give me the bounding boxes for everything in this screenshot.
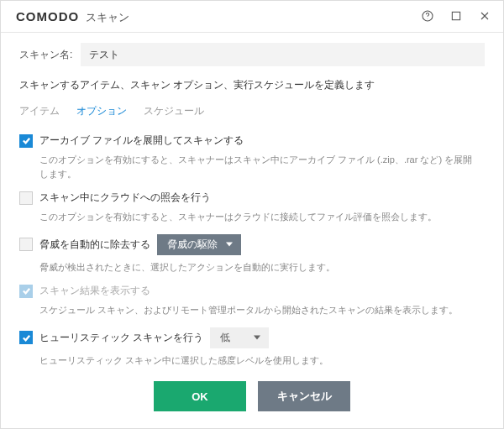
tab-schedule[interactable]: スケジュール [144,104,204,122]
hint-text: スキャンするアイテム、スキャン オプション、実行スケジュールを定義します [19,78,485,92]
dialog-window: COMODO スキャン スキャン名: スキャンするアイテム、スキャン オプション… [0,0,504,429]
cloud-checkbox[interactable] [19,191,33,205]
cloud-label: スキャン中にクラウドへの照会を行う [39,191,211,205]
titlebar-controls [421,9,491,25]
threat-checkbox[interactable] [19,238,33,251]
brand-logo: COMODO [16,9,79,24]
cancel-button[interactable]: キャンセル [258,381,350,411]
results-label: スキャン結果を表示する [39,284,150,298]
archive-label: アーカイブ ファイルを展開してスキャンする [39,133,244,148]
heuristic-label: ヒューリスティック スキャンを行う [39,331,203,345]
brand-subtitle: スキャン [86,10,129,25]
cloud-desc: このオプションを有効にすると、スキャナーはクラウドに接続してファイル評価を照会し… [39,210,478,224]
brand: COMODO スキャン [16,9,129,25]
ok-button[interactable]: OK [154,381,246,411]
threat-action-value: 脅威の駆除 [167,238,218,252]
threat-desc: 脅威が検出されたときに、選択したアクションを自動的に実行します。 [39,260,478,275]
option-threat: 脅威を自動的に除去する 脅威の駆除 脅威が検出されたときに、選択したアクションを… [19,234,478,275]
option-results: スキャン結果を表示する スケジュール スキャン、およびリモート管理ポータルから開… [19,284,478,317]
tab-items[interactable]: アイテム [19,104,60,122]
results-checkbox [19,285,33,298]
help-icon[interactable] [421,9,434,25]
maximize-icon[interactable] [449,9,463,25]
heuristic-desc: ヒューリスティック スキャン中に選択した感度レベルを使用します。 [39,353,478,368]
heuristic-checkbox[interactable] [19,331,33,344]
titlebar: COMODO スキャン [1,1,503,32]
option-archive: アーカイブ ファイルを展開してスキャンする このオプションを有効にすると、スキャ… [19,133,478,180]
heuristic-level-select[interactable]: 低 [210,327,269,348]
tab-options[interactable]: オプション [76,104,127,122]
scan-name-row: スキャン名: [19,43,485,66]
footer: OK キャンセル [19,371,485,428]
option-heuristic: ヒューリスティック スキャンを行う 低 ヒューリスティック スキャン中に選択した… [19,327,478,368]
content: スキャン名: スキャンするアイテム、スキャン オプション、実行スケジュールを定義… [1,33,503,428]
archive-desc: このオプションを有効にすると、スキャナーはスキャン中にアーカイブ ファイル (.… [39,153,478,180]
threat-label: 脅威を自動的に除去する [39,238,150,252]
option-cloud: スキャン中にクラウドへの照会を行う このオプションを有効にすると、スキャナーはク… [19,191,478,224]
threat-action-select[interactable]: 脅威の駆除 [157,234,241,255]
svg-point-1 [428,18,428,19]
tabs: アイテム オプション スケジュール [19,104,485,122]
heuristic-level-value: 低 [220,331,230,345]
svg-rect-2 [452,12,459,19]
close-icon[interactable] [478,9,491,25]
scan-name-label: スキャン名: [19,48,72,62]
archive-checkbox[interactable] [19,134,33,148]
results-desc: スケジュール スキャン、およびリモート管理ポータルから開始されたスキャンの結果を… [39,303,478,317]
scan-name-input[interactable] [81,43,485,66]
options-scroll[interactable]: アーカイブ ファイルを展開してスキャンする このオプションを有効にすると、スキャ… [19,133,485,371]
